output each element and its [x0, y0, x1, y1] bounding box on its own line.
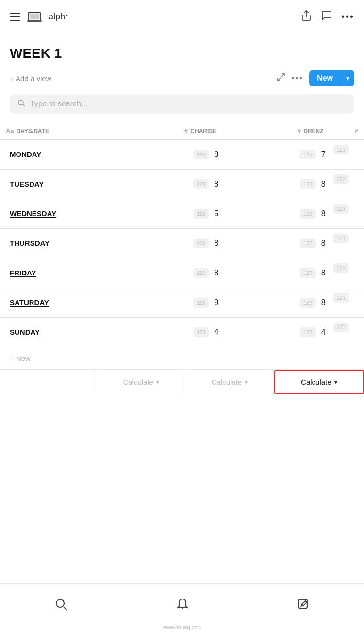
charise-value: 5 — [212, 209, 218, 218]
col-header-drenz: # DRENZ — [222, 122, 329, 140]
charise-cell: 1238 — [116, 140, 222, 170]
col-label-charise: CHARISE — [190, 128, 216, 135]
drenz-type-icon: # — [298, 127, 301, 135]
table-row: TUESDAY12381238123 — [0, 170, 364, 199]
calculate-extra-chevron: ▾ — [334, 379, 337, 386]
day-label: FRIDAY — [10, 269, 36, 277]
extra-cell: 123 — [330, 318, 364, 347]
num-badge: 123 — [193, 298, 209, 308]
day-cell: MONDAY — [0, 140, 116, 170]
more-icon[interactable]: ••• — [341, 11, 354, 22]
extra-cell: 123 — [330, 288, 364, 318]
edge-badge: 123 — [333, 323, 349, 332]
col-label-drenz: DRENZ — [303, 128, 323, 135]
day-cell: WEDNESDAY — [0, 199, 116, 229]
add-new-row[interactable]: + New — [0, 347, 364, 370]
bottom-search-icon[interactable] — [54, 598, 68, 611]
drenz-cell: 1238 — [222, 258, 329, 288]
svg-line-9 — [64, 607, 67, 610]
calculate-drenz-label: Calculate — [212, 378, 242, 386]
toolbar: + Add a view ••• New ▾ — [10, 70, 354, 86]
drenz-cell: 1238 — [222, 229, 329, 258]
bottom-edit-icon[interactable] — [297, 598, 310, 611]
search-placeholder: Type to search... — [30, 100, 87, 108]
calculate-drenz-chevron: ▾ — [245, 379, 248, 386]
calculate-extra-label: Calculate — [301, 378, 331, 386]
drenz-value: 8 — [319, 269, 326, 277]
calculate-charise-chevron: ▾ — [156, 379, 159, 386]
drenz-value: 4 — [319, 328, 326, 337]
calculate-charise[interactable]: Calculate ▾ — [97, 370, 185, 394]
num-badge: 123 — [193, 179, 209, 189]
expand-icon[interactable] — [277, 73, 285, 84]
table-row: WEDNESDAY12351238123 — [0, 199, 364, 229]
num-badge: 123 — [193, 268, 209, 278]
app-title: alphr — [49, 12, 68, 22]
drenz-value: 8 — [319, 239, 326, 248]
add-view-button[interactable]: + Add a view — [10, 74, 51, 83]
day-label: SUNDAY — [10, 328, 40, 336]
svg-point-6 — [18, 100, 23, 105]
drenz-cell: 1234 — [222, 318, 329, 347]
svg-point-8 — [56, 599, 64, 607]
drenz-cell: 1237 — [222, 140, 329, 170]
num-badge: 123 — [300, 298, 315, 308]
bottom-nav — [0, 583, 364, 622]
share-icon[interactable] — [300, 10, 312, 24]
charise-cell: 1238 — [116, 258, 222, 288]
extra-cell: 123 — [330, 199, 364, 229]
charise-value: 8 — [212, 150, 218, 159]
charise-cell: 1239 — [116, 288, 222, 318]
num-badge: 123 — [300, 150, 315, 159]
num-badge: 123 — [300, 209, 315, 219]
extra-cell: 123 — [330, 258, 364, 288]
extra-cell: 123 — [330, 229, 364, 258]
charise-value: 4 — [212, 328, 218, 337]
drenz-value: 8 — [319, 209, 326, 218]
num-badge: 123 — [300, 179, 315, 189]
extra-cell: 123 — [330, 170, 364, 199]
num-badge: 123 — [300, 239, 315, 248]
drenz-value: 7 — [319, 150, 326, 159]
col-header-extra: # — [330, 122, 364, 140]
table-row: THURSDAY12381238123 — [0, 229, 364, 258]
drenz-value: 8 — [319, 298, 326, 307]
drenz-cell: 1238 — [222, 170, 329, 199]
svg-rect-2 — [27, 20, 42, 22]
data-table: Aa DAYS/DATE # CHARISE # DRENZ — [0, 122, 364, 347]
nav-left: alphr — [10, 12, 68, 22]
day-cell: TUESDAY — [0, 170, 116, 199]
drenz-value: 8 — [319, 180, 326, 188]
drenz-cell: 1238 — [222, 288, 329, 318]
num-badge: 123 — [193, 327, 209, 337]
new-button[interactable]: New — [309, 70, 341, 86]
calculate-drenz[interactable]: Calculate ▾ — [185, 370, 274, 394]
day-label: WEDNESDAY — [10, 209, 56, 218]
nav-right: ••• — [300, 10, 354, 24]
calculate-extra[interactable]: Calculate ▾ — [274, 370, 364, 394]
table-row: FRIDAY12381238123 — [0, 258, 364, 288]
chat-icon[interactable] — [321, 10, 332, 24]
toolbar-more-icon[interactable]: ••• — [291, 73, 303, 84]
calculate-days — [0, 370, 97, 394]
add-new-label: + New — [10, 354, 31, 362]
search-icon — [17, 99, 25, 109]
table-row: SUNDAY12341234123 — [0, 318, 364, 347]
new-button-arrow[interactable]: ▾ — [341, 70, 354, 86]
charise-cell: 1238 — [116, 229, 222, 258]
charise-value: 8 — [212, 239, 218, 248]
bottom-bell-icon[interactable] — [176, 598, 189, 611]
num-badge: 123 — [193, 239, 209, 248]
table-row: SATURDAY12391238123 — [0, 288, 364, 318]
top-nav: alphr ••• — [0, 0, 364, 34]
search-box[interactable]: Type to search... — [10, 94, 354, 114]
calculate-row: Calculate ▾ Calculate ▾ Calculate ▾ — [0, 370, 364, 394]
edge-badge: 123 — [333, 293, 349, 303]
hamburger-icon[interactable] — [10, 13, 20, 21]
new-button-group: New ▾ — [309, 70, 354, 86]
table-wrapper: Aa DAYS/DATE # CHARISE # DRENZ — [0, 122, 364, 394]
table-row: MONDAY12381237123 — [0, 140, 364, 170]
charise-cell: 1235 — [116, 199, 222, 229]
charise-cell: 1234 — [116, 318, 222, 347]
svg-line-7 — [23, 104, 25, 106]
